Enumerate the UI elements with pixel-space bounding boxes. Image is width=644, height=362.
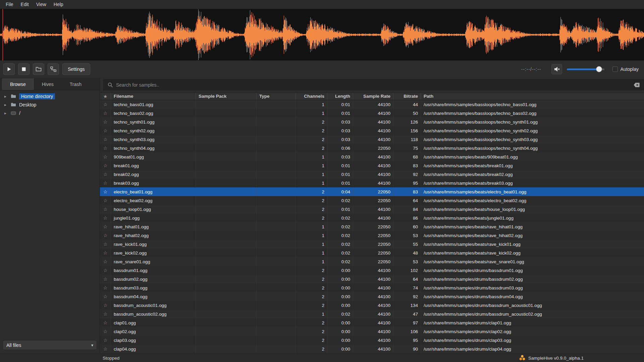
cell-path: /usr/share/lmms/samples/drums/bassdrum04…	[421, 292, 644, 301]
cell-sample-rate: 44100	[353, 327, 393, 336]
favorite-star-icon[interactable]: ☆	[100, 231, 111, 240]
favorite-star-icon[interactable]: ☆	[100, 205, 111, 214]
favorite-star-icon[interactable]: ☆	[100, 100, 111, 109]
table-row[interactable]: ☆techno_bass01.ogg10:014410044/usr/share…	[100, 100, 644, 109]
cell-length: 0:03	[327, 118, 353, 126]
volume-slider[interactable]	[567, 64, 604, 74]
table-row[interactable]: ☆bassdrum_acoustic01.ogg20:0044100134/us…	[100, 301, 644, 310]
expander-icon[interactable]: ▸	[4, 94, 8, 99]
favorite-star-icon[interactable]: ☆	[100, 266, 111, 275]
favorite-star-icon[interactable]: ☆	[100, 109, 111, 118]
table-row[interactable]: ☆rave_kick01.ogg10:022205055/usr/share/l…	[100, 240, 644, 248]
tab-trash[interactable]: Trash	[62, 78, 90, 90]
menu-view[interactable]: View	[33, 0, 50, 9]
cell-channels: 2	[296, 187, 327, 196]
table-row[interactable]: ☆rave_kick02.ogg10:022205048/usr/share/l…	[100, 248, 644, 257]
settings-button[interactable]: Settings	[62, 63, 90, 75]
tab-browse[interactable]: Browse	[2, 78, 34, 90]
cell-channels: 2	[296, 118, 327, 126]
column-bitrate[interactable]: Bitrate	[393, 93, 421, 100]
table-row[interactable]: ☆jungle01.ogg20:024410086/usr/share/lmms…	[100, 214, 644, 222]
favorite-star-icon[interactable]: ☆	[100, 318, 111, 327]
favorite-star-icon[interactable]: ☆	[100, 135, 111, 144]
table-row[interactable]: ☆break01.ogg10:014410083/usr/share/lmms/…	[100, 161, 644, 170]
table-row[interactable]: ☆techno_synth02.ogg20:0344100156/usr/sha…	[100, 126, 644, 135]
column-sample-rate[interactable]: Sample Rate	[353, 93, 393, 100]
file-filter-combobox[interactable]: All files ▾	[3, 340, 97, 350]
favorite-star-icon[interactable]: ☆	[100, 336, 111, 345]
favorite-star-icon[interactable]: ☆	[100, 196, 111, 205]
table-row[interactable]: ☆rave_snare01.ogg10:022205053/usr/share/…	[100, 257, 644, 266]
table-row[interactable]: ☆clap01.ogg20:004410097/usr/share/lmms/s…	[100, 318, 644, 327]
loop-region-button[interactable]	[33, 63, 44, 75]
table-row[interactable]: ☆techno_bass02.ogg10:014410050/usr/share…	[100, 109, 644, 118]
stop-button[interactable]	[18, 63, 30, 75]
favorite-star-icon[interactable]: ☆	[100, 179, 111, 187]
table-row[interactable]: ☆bassdrum_acoustic02.ogg10:024410047/usr…	[100, 310, 644, 318]
play-button[interactable]	[3, 63, 15, 75]
favorite-star-icon[interactable]: ☆	[100, 222, 111, 231]
table-row[interactable]: ☆clap03.ogg20:004410095/usr/share/lmms/s…	[100, 336, 644, 345]
clear-search-icon[interactable]	[634, 83, 640, 87]
table-row[interactable]: ☆break02.ogg10:014410092/usr/share/lmms/…	[100, 170, 644, 179]
search-input[interactable]	[116, 82, 631, 88]
favorite-star-icon[interactable]: ☆	[100, 187, 111, 196]
tab-hives[interactable]: Hives	[34, 78, 62, 90]
table-row[interactable]: ☆house_loop01.ogg20:014410084/usr/share/…	[100, 205, 644, 214]
favorite-star-icon[interactable]: ☆	[100, 283, 111, 292]
table-row[interactable]: ☆bassdrum03.ogg20:004410074/usr/share/lm…	[100, 283, 644, 292]
favorite-star-icon[interactable]: ☆	[100, 126, 111, 135]
favorite-star-icon[interactable]: ☆	[100, 275, 111, 283]
favorite-star-icon[interactable]: ☆	[100, 257, 111, 266]
waveform-canvas[interactable]	[0, 9, 644, 60]
menu-edit[interactable]: Edit	[17, 0, 33, 9]
favorite-star-icon[interactable]: ☆	[100, 118, 111, 126]
tree-item-root[interactable]: ▸ /	[0, 109, 100, 117]
favorite-star-icon[interactable]: ☆	[100, 161, 111, 170]
favorite-star-icon[interactable]: ☆	[100, 327, 111, 336]
favorite-star-icon[interactable]: ☆	[100, 152, 111, 161]
favorite-star-icon[interactable]: ☆	[100, 144, 111, 152]
table-row[interactable]: ☆techno_synth01.ogg20:0344100126/usr/sha…	[100, 118, 644, 126]
favorite-star-icon[interactable]: ☆	[100, 301, 111, 310]
autoplay-checkbox[interactable]	[612, 66, 618, 72]
volume-slider-knob[interactable]	[596, 66, 602, 72]
column-channels[interactable]: Channels	[296, 93, 327, 100]
column-path[interactable]: Path	[421, 93, 644, 100]
table-row[interactable]: ☆clap04.ogg20:004410090/usr/share/lmms/s…	[100, 345, 644, 353]
table-row[interactable]: ☆909beat01.ogg10:034410068/usr/share/lmm…	[100, 152, 644, 161]
column-sample-pack[interactable]: Sample Pack	[196, 93, 257, 100]
tree-item-home-directory[interactable]: ▸ Home directory	[0, 92, 100, 100]
favorite-star-icon[interactable]: ☆	[100, 240, 111, 248]
expander-icon[interactable]: ▸	[4, 111, 8, 116]
table-row[interactable]: ☆clap02.ogg20:0044100106/usr/share/lmms/…	[100, 327, 644, 336]
menu-help[interactable]: Help	[50, 0, 67, 9]
cell-path: /usr/share/lmms/samples/bassloops/techno…	[421, 144, 644, 152]
column-filename[interactable]: Filename	[111, 93, 196, 100]
favorite-star-icon[interactable]: ☆	[100, 248, 111, 257]
table-row[interactable]: ☆bassdrum01.ogg20:0044100102/usr/share/l…	[100, 266, 644, 275]
column-type[interactable]: Type	[257, 93, 296, 100]
table-row[interactable]: ☆bassdrum02.ogg20:004410064/usr/share/lm…	[100, 275, 644, 283]
favorite-star-icon[interactable]: ☆	[100, 214, 111, 222]
cell-bitrate: 47	[393, 310, 421, 318]
table-row[interactable]: ☆techno_synth03.ogg20:0344100118/usr/sha…	[100, 135, 644, 144]
table-row[interactable]: ☆rave_hihat01.ogg10:022205060/usr/share/…	[100, 222, 644, 231]
table-row[interactable]: ☆electro_beat01.ogg20:042205083/usr/shar…	[100, 187, 644, 196]
table-row[interactable]: ☆bassdrum04.ogg20:004410092/usr/share/lm…	[100, 292, 644, 301]
favorite-star-icon[interactable]: ☆	[100, 310, 111, 318]
media-options-button[interactable]	[48, 63, 59, 75]
mute-button[interactable]	[551, 64, 562, 74]
table-row[interactable]: ☆break03.ogg10:014410095/usr/share/lmms/…	[100, 179, 644, 187]
table-row[interactable]: ☆techno_synth04.ogg20:062205075/usr/shar…	[100, 144, 644, 152]
menu-file[interactable]: File	[2, 0, 17, 9]
table-row[interactable]: ☆electro_beat02.ogg20:022205064/usr/shar…	[100, 196, 644, 205]
column-length[interactable]: Length	[327, 93, 353, 100]
expander-icon[interactable]: ▸	[4, 102, 8, 107]
tree-item-desktop[interactable]: ▸ Desktop	[0, 100, 100, 109]
favorite-star-icon[interactable]: ☆	[100, 345, 111, 353]
column-favorite[interactable]: ★	[100, 93, 111, 100]
favorite-star-icon[interactable]: ☆	[100, 292, 111, 301]
favorite-star-icon[interactable]: ☆	[100, 170, 111, 179]
table-row[interactable]: ☆rave_hihat02.ogg10:022205053/usr/share/…	[100, 231, 644, 240]
